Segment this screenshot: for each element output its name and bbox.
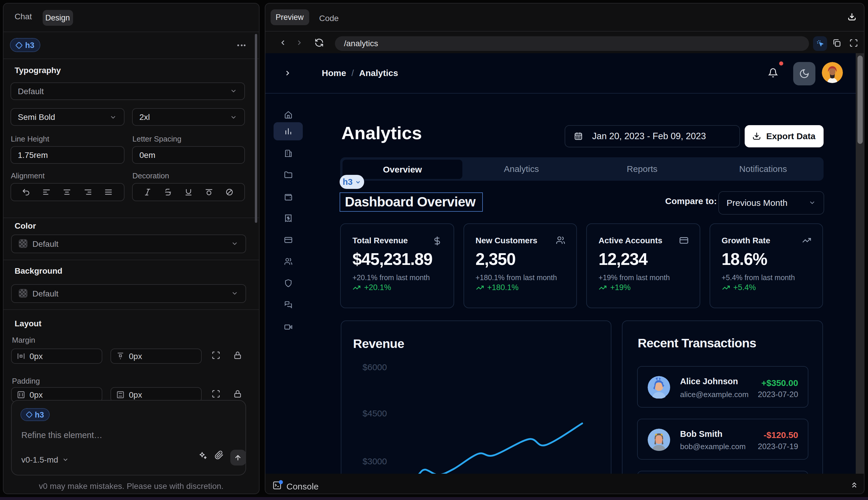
svg-text:$3000: $3000 — [363, 456, 387, 466]
svg-text:$6000: $6000 — [363, 362, 387, 372]
svg-text:$4500: $4500 — [363, 408, 387, 418]
